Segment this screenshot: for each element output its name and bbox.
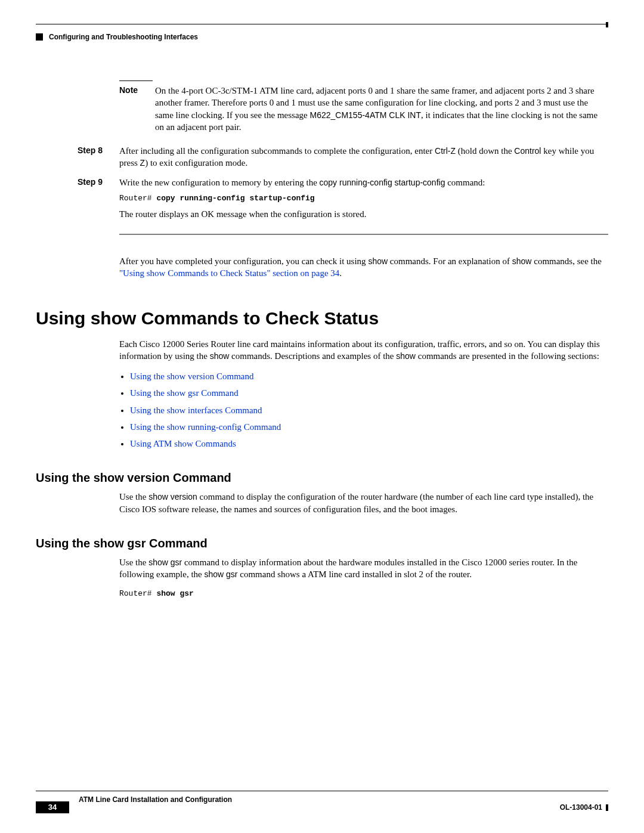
link-atm-show[interactable]: Using ATM show Commands (130, 439, 236, 448)
after-pre: After you have completed your configurat… (119, 256, 368, 266)
square-bullet-icon (36, 33, 43, 41)
code-prompt: Router# (119, 194, 156, 203)
step-9-body: Write the new configuration to memory by… (119, 176, 608, 221)
h2b-post: command shows a ATM line card installed … (238, 569, 472, 579)
after-show1: show (368, 256, 388, 266)
note-label: Note (119, 85, 143, 96)
step8-control: Control (514, 146, 541, 156)
footer: ATM Line Card Installation and Configura… (36, 791, 608, 804)
after-paragraph: After you have completed your configurat… (119, 255, 608, 280)
heading-show-gsr: Using the show gsr Command (36, 535, 608, 552)
list-item: Using the show running-config Command (130, 421, 608, 433)
h2a-cmd: show version (148, 492, 197, 501)
footer-title: ATM Line Card Installation and Configura… (79, 795, 608, 804)
step8-ctrlz: Ctrl-Z (435, 146, 456, 156)
step-8-body: After including all the configuration su… (119, 145, 608, 169)
step8-post: ) to exit configuration mode. (145, 158, 247, 168)
link-show-gsr[interactable]: Using the show gsr Command (130, 388, 239, 398)
after-show2: show (512, 256, 532, 266)
link-show-version[interactable]: Using the show version Command (130, 371, 254, 381)
h2a-pre: Use the (119, 492, 148, 501)
note-body: On the 4-port OC-3c/STM-1 ATM line card,… (155, 85, 608, 133)
after-end: . (339, 268, 342, 278)
link-show-running-config[interactable]: Using the show running-config Command (130, 422, 281, 432)
list-item: Using the show gsr Command (130, 387, 608, 399)
h2b-cmd2: show gsr (204, 569, 237, 579)
heading-show-commands: Using show Commands to Check Status (36, 306, 608, 331)
link-show-interfaces[interactable]: Using the show interfaces Command (130, 405, 262, 415)
list-item: Using ATM show Commands (130, 438, 608, 450)
step9-post: command: (445, 178, 485, 187)
link-list: Using the show version Command Using the… (119, 370, 608, 450)
h1-post: commands are presented in the following … (416, 351, 599, 361)
h2b-body: Use the show gsr command to display info… (119, 556, 608, 581)
note-top-rule (119, 80, 153, 81)
step8-z: Z (140, 158, 145, 168)
heading-show-version: Using the show version Command (36, 470, 608, 486)
step9-pre: Write the new configuration to memory by… (119, 178, 320, 187)
code-show-gsr: Router# show gsr (119, 589, 608, 599)
list-item: Using the show version Command (130, 370, 608, 382)
step9-cmd: copy running-config startup-config (320, 178, 445, 187)
section-end-rule (119, 234, 608, 235)
running-head: Configuring and Troubleshooting Interfac… (36, 32, 198, 42)
top-rule (36, 24, 608, 24)
step8-mid: (hold down the (456, 146, 514, 156)
step-9: Step 9 Write the new configuration to me… (78, 176, 608, 221)
xref-show-commands[interactable]: "Using show Commands to Check Status" se… (119, 268, 339, 278)
step9-code: Router# copy running-config startup-conf… (119, 193, 608, 204)
h1-body: Each Cisco 12000 Series Router line card… (119, 338, 608, 363)
code2-prompt: Router# (119, 589, 156, 598)
h1-show2: show (396, 351, 416, 361)
footer-rule (36, 791, 608, 791)
h2b-pre: Use the (119, 558, 148, 567)
h1-show1: show (210, 351, 230, 361)
page-number: 34 (36, 801, 69, 813)
step-8-label: Step 8 (78, 145, 107, 156)
step-9-label: Step 9 (78, 176, 107, 188)
h2b-cmd1: show gsr (148, 558, 182, 567)
step8-pre: After including all the configuration su… (119, 146, 435, 156)
note-block: Note On the 4-port OC-3c/STM-1 ATM line … (119, 80, 608, 133)
note-msg: M622_CM155-4ATM CLK INT (310, 110, 421, 120)
code2-cmd: show gsr (156, 589, 193, 598)
step-8: Step 8 After including all the configura… (78, 145, 608, 169)
running-head-text: Configuring and Troubleshooting Interfac… (49, 32, 198, 42)
step9-ok: The router displays an OK message when t… (119, 208, 608, 220)
h2a-body: Use the show version command to display … (119, 491, 608, 515)
after-mid2: commands, see the (531, 256, 601, 266)
h1-mid: commands. Descriptions and examples of t… (229, 351, 396, 361)
list-item: Using the show interfaces Command (130, 404, 608, 416)
after-mid: commands. For an explanation of (388, 256, 512, 266)
code-cmd: copy running-config startup-config (156, 194, 314, 203)
doc-id: OL-13004-01 (560, 803, 608, 812)
